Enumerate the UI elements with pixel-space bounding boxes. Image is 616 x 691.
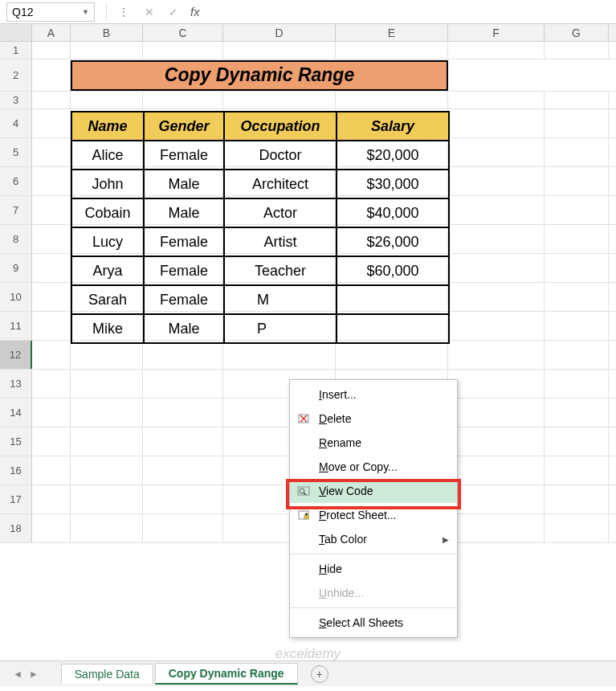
row-header-15[interactable]: 15 [0, 427, 32, 456]
context-menu-item[interactable]: Tab Color▶ [290, 527, 457, 551]
row-header-1[interactable]: 1 [0, 42, 32, 59]
context-menu-item[interactable]: Move or Copy... [290, 455, 457, 479]
fx-icon[interactable]: fx [190, 5, 200, 18]
row-header-12[interactable]: 12 [0, 341, 32, 369]
protect-icon [295, 506, 312, 524]
formula-input[interactable] [206, 2, 616, 22]
table-row: LucyFemaleArtist$26,000 [71, 227, 449, 256]
table-row: CobainMaleActor$40,000 [71, 198, 449, 227]
context-menu-label: Insert... [319, 388, 449, 401]
viewcode-icon [295, 482, 312, 500]
row-header-3[interactable]: 3 [0, 92, 32, 108]
context-menu-item[interactable]: Hide [290, 557, 457, 581]
row-header-10[interactable]: 10 [0, 283, 32, 311]
context-menu-item[interactable]: Protect Sheet... [290, 503, 457, 527]
context-menu-label: Move or Copy... [319, 460, 449, 473]
cancel-icon[interactable]: ✕ [141, 3, 158, 21]
context-menu-label: Rename [319, 436, 449, 449]
name-box[interactable]: Q12 ▼ [6, 2, 95, 22]
svg-rect-7 [304, 515, 308, 519]
row-header-6[interactable]: 6 [0, 167, 32, 195]
select-all-corner[interactable] [0, 24, 32, 41]
grid-body[interactable]: 1 2Copy Dynamic Range 3 4 5 6 7 8 9 10 1… [0, 42, 616, 543]
data-table: Name Gender Occupation Salary AliceFemal… [71, 111, 450, 344]
context-menu-item[interactable]: View Code [290, 479, 457, 503]
context-menu-label: Select All Sheets [319, 616, 449, 629]
column-headers: A B C D E F G [0, 24, 616, 42]
row-header-7[interactable]: 7 [0, 196, 32, 224]
watermark: exceldemy [275, 646, 341, 662]
col-header-G[interactable]: G [545, 24, 609, 41]
col-header-A[interactable]: A [32, 24, 71, 41]
blank-icon [295, 530, 312, 548]
row-header-16[interactable]: 16 [0, 456, 32, 485]
context-menu-item[interactable]: Select All Sheets [290, 611, 457, 635]
fb-handle-icon: ⋮ [118, 6, 129, 18]
name-box-dropdown-icon[interactable]: ▼ [82, 8, 89, 16]
context-menu-label: Protect Sheet... [319, 509, 449, 521]
title-cell: Copy Dynamic Range [71, 60, 448, 91]
tab-nav[interactable]: ◄► [10, 669, 42, 680]
col-header-C[interactable]: C [143, 24, 223, 41]
col-header-E[interactable]: E [336, 24, 448, 41]
row-header-5[interactable]: 5 [0, 138, 32, 166]
context-menu-label: View Code [319, 485, 449, 497]
row-header-11[interactable]: 11 [0, 312, 32, 340]
context-menu-label: Unhide... [319, 587, 449, 599]
context-menu-item[interactable]: Insert... [290, 382, 457, 407]
sheet-tab[interactable]: Copy Dynamic Range [155, 663, 298, 685]
col-header-D[interactable]: D [223, 24, 336, 41]
table-row: AryaFemaleTeacher$60,000 [71, 256, 449, 285]
context-menu-label: Delete [319, 412, 449, 425]
tab-prev-icon[interactable]: ◄ [13, 669, 22, 680]
row-header-13[interactable]: 13 [0, 370, 32, 398]
row-header-2[interactable]: 2 [0, 59, 32, 91]
context-menu-item[interactable]: Delete [290, 407, 457, 431]
add-sheet-button[interactable]: + [311, 665, 328, 683]
blank-icon [295, 434, 312, 452]
row-header-14[interactable]: 14 [0, 399, 32, 427]
blank-icon [295, 614, 312, 632]
th-name[interactable]: Name [71, 112, 144, 141]
name-box-value: Q12 [12, 6, 33, 18]
submenu-arrow-icon: ▶ [443, 535, 449, 544]
th-gender[interactable]: Gender [144, 112, 224, 141]
table-row: JohnMaleArchitect$30,000 [71, 170, 449, 198]
th-occupation[interactable]: Occupation [224, 112, 337, 141]
context-menu-label: Hide [319, 562, 449, 575]
row-header-17[interactable]: 17 [0, 485, 32, 513]
context-menu-item: Unhide... [290, 581, 457, 605]
context-menu-label: Tab Color [319, 533, 443, 546]
col-header-B[interactable]: B [71, 24, 143, 41]
delete-icon [295, 410, 312, 427]
row-header-4[interactable]: 4 [0, 109, 32, 137]
blank-icon [295, 584, 312, 602]
table-header-row: Name Gender Occupation Salary [71, 112, 449, 141]
sheet-context-menu: Insert...DeleteRenameMove or Copy...View… [289, 379, 458, 638]
row-header-18[interactable]: 18 [0, 514, 32, 542]
table-row: AliceFemaleDoctor$20,000 [71, 141, 449, 170]
sheet-tabs-bar: ◄► Sample Data Copy Dynamic Range + [0, 660, 616, 686]
formula-bar: Q12 ▼ ⋮ ✕ ✓ fx [0, 0, 616, 24]
blank-icon [295, 458, 312, 476]
enter-icon[interactable]: ✓ [165, 3, 182, 21]
context-menu-item[interactable]: Rename [290, 431, 457, 455]
table-row: SarahFemaleM [71, 285, 449, 314]
th-salary[interactable]: Salary [337, 112, 449, 141]
col-header-F[interactable]: F [448, 24, 545, 41]
divider [106, 3, 107, 21]
tab-next-icon[interactable]: ► [29, 669, 39, 680]
row-header-8[interactable]: 8 [0, 225, 32, 253]
sheet-tab[interactable]: Sample Data [61, 664, 153, 684]
blank-icon [295, 386, 312, 403]
blank-icon [295, 560, 312, 578]
table-row: MikeMaleP [71, 314, 449, 343]
row-header-9[interactable]: 9 [0, 254, 32, 282]
